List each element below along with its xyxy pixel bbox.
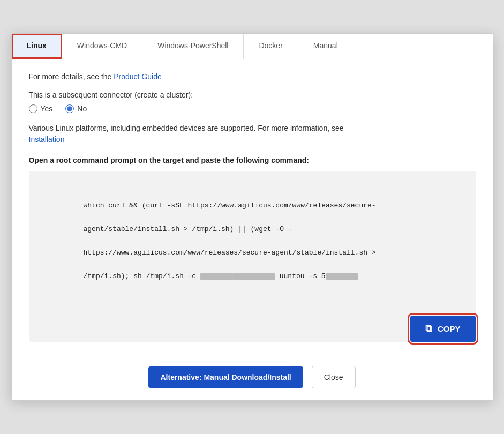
info-text: Various Linux platforms, including embed… <box>29 123 476 145</box>
product-guide-link[interactable]: Product Guide <box>114 72 162 81</box>
copy-button[interactable]: ⧉ COPY <box>410 316 476 342</box>
close-button[interactable]: Close <box>312 366 356 388</box>
subsequent-label: This is a subsequent connector (create a… <box>29 91 476 99</box>
radio-group: Yes No <box>29 104 476 113</box>
product-guide-text: For more details, see the <box>29 72 114 81</box>
tab-docker[interactable]: Docker <box>244 34 298 59</box>
radio-yes-label: Yes <box>41 104 53 113</box>
copy-row: ⧉ COPY <box>29 316 476 342</box>
alt-download-button[interactable]: Alternative: Manual Download/Install <box>148 366 303 388</box>
tabs-bar: Linux Windows-CMD Windows-PowerShell Doc… <box>12 34 493 59</box>
redacted-3 <box>326 273 358 280</box>
info-text-body: Various Linux platforms, including embed… <box>29 124 344 132</box>
radio-no-label: No <box>77 104 87 113</box>
dialog: Linux Windows-CMD Windows-PowerShell Doc… <box>11 33 493 401</box>
code-line4-prefix: /tmp/i.sh); sh /tmp/i.sh -c <box>84 272 200 280</box>
code-line2: agent/stable/install.sh > /tmp/i.sh) || … <box>84 225 292 233</box>
copy-label: COPY <box>438 324 461 333</box>
product-guide-line: For more details, see the Product Guide <box>29 72 476 81</box>
code-line1: which curl && (curl -sSL https://www.agi… <box>84 201 376 209</box>
tab-windows-powershell[interactable]: Windows-PowerShell <box>142 34 244 59</box>
code-block: which curl && (curl -sSL https://www.agi… <box>29 171 476 310</box>
redacted-1 <box>200 273 232 280</box>
copy-icon: ⧉ <box>425 323 432 334</box>
radio-no-input[interactable] <box>65 104 74 113</box>
code-line3: https://www.agilicus.com/www/releases/se… <box>84 249 376 257</box>
radio-yes-input[interactable] <box>29 104 37 113</box>
radio-no-option[interactable]: No <box>65 104 87 113</box>
redacted-2 <box>232 273 275 280</box>
tab-linux[interactable]: Linux <box>12 34 62 59</box>
radio-yes-option[interactable]: Yes <box>29 104 53 113</box>
footer-bar: Alternative: Manual Download/Install Clo… <box>12 357 493 400</box>
code-line4-suffix: uuntou -s 5 <box>275 272 326 280</box>
installation-link[interactable]: Installation <box>29 135 65 144</box>
code-block-container: which curl && (curl -sSL https://www.agi… <box>29 171 476 342</box>
command-label: Open a root command prompt on the target… <box>29 156 476 164</box>
tab-manual[interactable]: Manual <box>298 34 353 59</box>
code-text: which curl && (curl -sSL https://www.agi… <box>42 188 463 295</box>
tab-windows-cmd[interactable]: Windows-CMD <box>62 34 142 59</box>
main-content: For more details, see the Product Guide … <box>12 59 493 357</box>
